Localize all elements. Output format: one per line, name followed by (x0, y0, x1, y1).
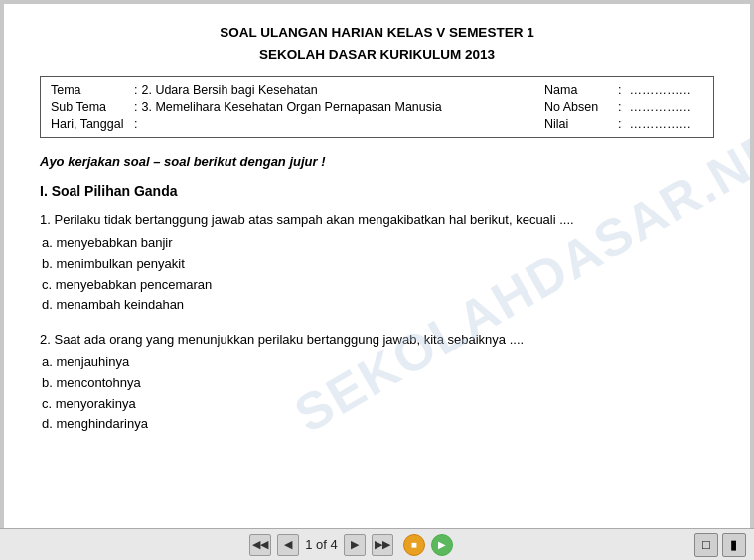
question-2: 2. Saat ada orang yang menunjukkan peril… (40, 330, 714, 435)
tema-label: Tema (51, 83, 130, 97)
q1-option-d: d. menambah keindahan (42, 295, 714, 316)
nilai-row: Nilai : …………… (544, 117, 703, 131)
info-box: Tema : 2. Udara Bersih bagi Kesehatan Su… (40, 76, 714, 138)
noabsen-label: No Absen (544, 100, 614, 114)
instruction-text: Ayo kerjakan soal – soal berikut dengan … (40, 154, 714, 169)
view-button-1[interactable]: □ (694, 533, 718, 557)
question-2-text: 2. Saat ada orang yang menunjukkan peril… (40, 330, 714, 350)
document-title: SOAL ULANGAN HARIAN KELAS V SEMESTER 1 S… (40, 22, 714, 65)
document-area: SEKOLAHDASAR.NET SOAL ULANGAN HARIAN KEL… (4, 4, 750, 528)
nilai-value: …………… (629, 117, 691, 131)
nilai-label: Nilai (544, 117, 614, 131)
info-left: Tema : 2. Udara Bersih bagi Kesehatan Su… (51, 83, 442, 131)
stop-button[interactable]: ■ (403, 534, 425, 556)
hari-label: Hari, Tanggal (51, 117, 130, 131)
current-page-number: 1 (305, 537, 312, 552)
noabsen-value: …………… (629, 100, 691, 114)
nama-row: Nama : …………… (544, 83, 703, 97)
page-current: 1 of 4 (305, 537, 338, 552)
subtema-value: 3. Memelihara Kesehatan Organ Pernapasan… (141, 100, 441, 114)
question-1-text: 1. Perilaku tidak bertanggung jawab atas… (40, 210, 714, 231)
toolbar-center[interactable]: ◀◀ ◀ 1 of 4 ▶ ▶▶ ■ ▶ (249, 534, 453, 556)
nama-value: …………… (629, 83, 691, 97)
q1-option-a: a. menyebabkan banjir (42, 233, 714, 254)
toolbar-right: □ ▮ (694, 533, 746, 557)
tema-value: 2. Udara Bersih bagi Kesehatan (141, 83, 317, 97)
view-button-2[interactable]: ▮ (722, 533, 746, 557)
info-right: Nama : …………… No Absen : …………… Nilai : ……… (544, 83, 703, 131)
last-page-button[interactable]: ▶▶ (372, 534, 393, 556)
q1-option-b: b. menimbulkan penyakit (42, 254, 714, 275)
prev-page-button[interactable]: ◀ (277, 534, 299, 556)
tema-row: Tema : 2. Udara Bersih bagi Kesehatan (51, 83, 442, 97)
nama-colon: : (618, 83, 621, 97)
question-2-body: Saat ada orang yang menunjukkan perilaku… (54, 332, 524, 347)
subtema-colon: : (134, 100, 137, 114)
question-1-body: Perilaku tidak bertanggung jawab atas sa… (54, 212, 573, 227)
page-of-total: of 4 (316, 537, 338, 552)
section1-title: I. Soal Pilihan Ganda (40, 183, 714, 199)
question-1: 1. Perilaku tidak bertanggung jawab atas… (40, 210, 714, 316)
noabsen-colon: : (618, 100, 621, 114)
q1-option-c: c. menyebabkan pencemaran (42, 275, 714, 296)
q2-option-c: c. menyorakinya (42, 394, 714, 415)
bottom-toolbar: ◀◀ ◀ 1 of 4 ▶ ▶▶ ■ ▶ □ ▮ (0, 528, 754, 560)
first-page-button[interactable]: ◀◀ (249, 534, 271, 556)
hari-row: Hari, Tanggal : (51, 117, 442, 131)
q2-option-d: d. menghindarinya (42, 414, 714, 435)
nilai-colon: : (618, 117, 621, 131)
q2-option-a: a. menjauhinya (42, 352, 714, 373)
q2-option-b: b. mencontohnya (42, 373, 714, 394)
tema-colon: : (134, 83, 137, 97)
question-2-number: 2. (40, 332, 51, 347)
nama-label: Nama (544, 83, 614, 97)
question-1-number: 1. (40, 212, 51, 227)
subtema-label: Sub Tema (51, 100, 130, 114)
title-line2: SEKOLAH DASAR KURIKULUM 2013 (40, 44, 714, 66)
subtema-row: Sub Tema : 3. Memelihara Kesehatan Organ… (51, 100, 442, 114)
noabsen-row: No Absen : …………… (544, 100, 703, 114)
title-line1: SOAL ULANGAN HARIAN KELAS V SEMESTER 1 (40, 22, 714, 44)
hari-colon: : (134, 117, 137, 131)
play-button[interactable]: ▶ (431, 534, 453, 556)
next-page-button[interactable]: ▶ (344, 534, 366, 556)
